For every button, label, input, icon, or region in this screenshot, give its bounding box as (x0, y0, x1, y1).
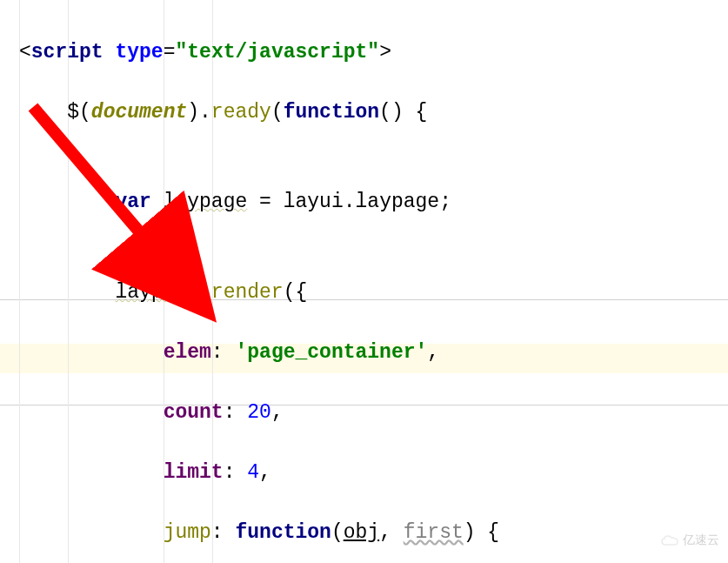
watermark-cloud-icon (660, 533, 679, 547)
line-4: var laypage = layui.laypage; (19, 187, 728, 218)
watermark-text: 亿速云 (683, 531, 719, 549)
line-7: elem: 'page_container', (19, 338, 728, 368)
line-6: laypage.render({ (19, 278, 728, 308)
line-10: jump: function(obj, first) { (19, 518, 728, 548)
watermark: 亿速云 (660, 531, 719, 549)
line-8: count: 20, (19, 398, 728, 428)
code-block: <script type="text/javascript"> $(docume… (0, 0, 728, 563)
line-2: $(document).ready(function() { (19, 97, 728, 128)
line-1: <script type="text/javascript"> (19, 37, 728, 68)
line-9: limit: 4, (19, 458, 728, 488)
